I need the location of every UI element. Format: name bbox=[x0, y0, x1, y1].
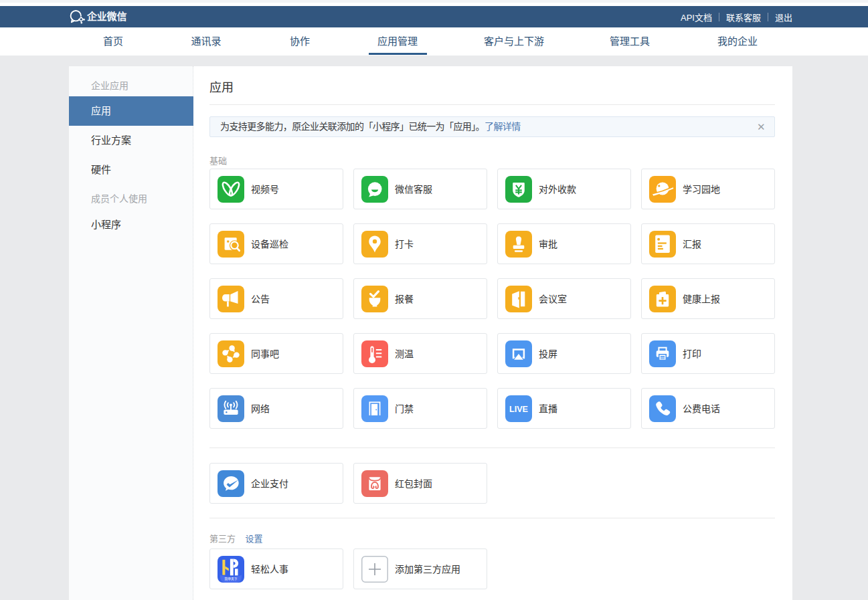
svg-text:简单天下: 简单天下 bbox=[224, 577, 237, 581]
svg-text:LIVE: LIVE bbox=[509, 405, 528, 414]
